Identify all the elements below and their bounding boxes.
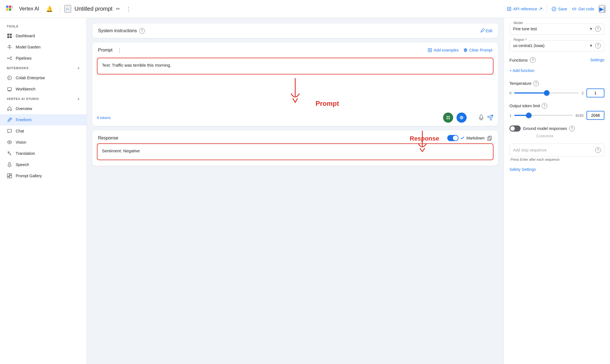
sidebar-item-pipelines[interactable]: Pipelines bbox=[0, 53, 87, 64]
functions-row: Functions ? Settings bbox=[509, 57, 604, 63]
send-icon[interactable] bbox=[487, 114, 493, 121]
vision-label: Vision bbox=[16, 140, 26, 144]
app-container: Vertex AI 🔔 ← Untitled prompt ✏ ⋮ API re… bbox=[0, 0, 610, 364]
temperature-input[interactable] bbox=[586, 88, 604, 97]
svg-rect-11 bbox=[10, 36, 12, 38]
sidebar-item-workbench[interactable]: Workbench bbox=[0, 83, 87, 95]
notebooks-title: NOTEBOOKS bbox=[7, 66, 29, 70]
ground-row: Ground model responses ? bbox=[509, 125, 604, 132]
more-options-icon[interactable]: ⋮ bbox=[126, 6, 131, 12]
sidebar-item-model-garden[interactable]: Model Garden bbox=[0, 41, 87, 53]
region-help-icon[interactable]: ? bbox=[595, 43, 601, 48]
get-code-button[interactable]: Get code bbox=[572, 6, 594, 11]
prompt-gallery-label: Prompt Gallery bbox=[16, 174, 42, 178]
freeform-icon bbox=[7, 117, 12, 123]
region-field-label: Region * bbox=[513, 38, 528, 42]
output-token-input[interactable] bbox=[586, 111, 604, 120]
region-value-row: us-central1 (Iowa) ▼ ? bbox=[513, 43, 601, 48]
sidebar-item-speech[interactable]: Speech bbox=[0, 159, 87, 170]
prompt-gallery-icon bbox=[7, 173, 12, 179]
response-card: Response Response bbox=[92, 130, 498, 166]
copy-icon[interactable] bbox=[487, 135, 492, 141]
functions-section: Functions ? Settings + Add function bbox=[509, 57, 604, 75]
functions-help-icon[interactable]: ? bbox=[530, 57, 536, 63]
prompt-text-input[interactable]: Text: Traffic was terrible this morning. bbox=[97, 58, 493, 74]
safety-settings-button[interactable]: Safety Settings bbox=[509, 167, 536, 172]
vertex-studio-chevron[interactable]: ∧ bbox=[77, 97, 80, 101]
stop-sequence-container: Add stop sequence ? bbox=[509, 144, 604, 157]
system-instructions-edit-button[interactable]: Edit bbox=[480, 29, 492, 33]
notebooks-chevron[interactable]: ∧ bbox=[77, 66, 80, 70]
customize-link[interactable]: Customize bbox=[523, 133, 604, 138]
system-instructions-help-icon[interactable]: ? bbox=[139, 28, 145, 34]
response-annotation-label: Response bbox=[410, 135, 439, 142]
add-function-button[interactable]: + Add function bbox=[509, 66, 534, 75]
gemini-icon[interactable] bbox=[457, 113, 467, 123]
model-garden-icon bbox=[7, 44, 12, 50]
sidebar-item-prompt-gallery[interactable]: Prompt Gallery bbox=[0, 170, 87, 181]
svg-rect-16 bbox=[8, 88, 11, 90]
clear-prompt-button[interactable]: Clear Prompt bbox=[463, 48, 492, 52]
bell-icon[interactable]: 🔔 bbox=[44, 3, 55, 15]
temperature-thumb[interactable] bbox=[544, 90, 550, 96]
ground-help-icon[interactable]: ? bbox=[569, 126, 575, 131]
tokens-count: 8 tokens bbox=[97, 116, 111, 120]
header-center: ← Untitled prompt ✏ ⋮ API reference bbox=[64, 5, 542, 13]
output-token-thumb[interactable] bbox=[526, 113, 532, 118]
header: Vertex AI 🔔 ← Untitled prompt ✏ ⋮ API re… bbox=[0, 0, 610, 18]
sidebar-item-freeform[interactable]: Freeform bbox=[0, 114, 87, 125]
region-dropdown-icon[interactable]: ▼ bbox=[589, 43, 593, 48]
model-dropdown-icon[interactable]: ▼ bbox=[589, 27, 593, 31]
app-title: Vertex AI bbox=[19, 6, 39, 12]
prompt-arrow-svg bbox=[278, 77, 312, 105]
chat-label: Chat bbox=[16, 129, 24, 133]
output-token-track[interactable] bbox=[514, 115, 573, 116]
temperature-label-row: Temperature ? bbox=[509, 81, 604, 86]
prompt-bottom-bar: 8 tokens bbox=[92, 110, 498, 126]
speech-icon bbox=[7, 162, 12, 167]
pipelines-label: Pipelines bbox=[16, 56, 32, 60]
sidebar-item-vision[interactable]: Vision bbox=[0, 137, 87, 148]
output-token-help-icon[interactable]: ? bbox=[542, 103, 547, 109]
save-label: Save bbox=[558, 7, 567, 11]
svg-rect-26 bbox=[488, 137, 490, 141]
output-token-max: 8192 bbox=[576, 113, 584, 118]
stop-sequence-help-icon[interactable]: ? bbox=[595, 147, 601, 153]
edit-title-icon[interactable]: ✏ bbox=[116, 6, 120, 12]
sidebar-item-colab[interactable]: Colab Enterprise bbox=[0, 72, 87, 83]
collapse-button[interactable]: ▶| bbox=[599, 5, 606, 13]
output-token-slider-row: 1 8192 bbox=[509, 111, 604, 120]
model-help-icon[interactable]: ? bbox=[595, 26, 601, 32]
svg-rect-21 bbox=[10, 176, 12, 178]
header-right: Save Get code ▶| bbox=[551, 5, 606, 13]
api-reference-button[interactable]: API reference bbox=[507, 7, 542, 11]
save-button[interactable]: Save bbox=[551, 6, 567, 11]
ground-toggle[interactable] bbox=[509, 125, 521, 132]
get-code-label: Get code bbox=[578, 7, 594, 11]
main-layout: TOOLS Dashboard Model Garden Pipelines bbox=[0, 18, 610, 364]
sidebar-item-dashboard[interactable]: Dashboard bbox=[0, 30, 87, 41]
settings-link[interactable]: Settings bbox=[590, 58, 604, 62]
vertex-logo bbox=[4, 4, 15, 14]
add-media-icon[interactable] bbox=[443, 113, 453, 123]
ground-toggle-knob bbox=[510, 126, 515, 131]
overview-icon bbox=[7, 106, 12, 111]
colab-icon bbox=[7, 75, 12, 81]
prompt-label: Prompt bbox=[98, 48, 113, 53]
add-examples-button[interactable]: Add examples bbox=[428, 48, 459, 52]
prompt-title: Untitled prompt bbox=[74, 6, 113, 12]
svg-rect-18 bbox=[9, 162, 10, 165]
temperature-help-icon[interactable]: ? bbox=[533, 81, 539, 86]
response-controls: Response Markdown bbox=[118, 135, 492, 141]
sidebar-item-translation[interactable]: Translation bbox=[0, 148, 87, 159]
temperature-track[interactable] bbox=[514, 92, 579, 94]
header-divider bbox=[60, 4, 60, 13]
sidebar-item-overview[interactable]: Overview bbox=[0, 103, 87, 114]
markdown-toggle-switch[interactable] bbox=[447, 135, 458, 141]
microphone-icon[interactable] bbox=[478, 114, 485, 121]
sidebar-item-chat[interactable]: Chat bbox=[0, 125, 87, 137]
back-button[interactable]: ← bbox=[64, 5, 71, 13]
prompt-more-icon[interactable]: ⋮ bbox=[115, 47, 124, 53]
svg-rect-8 bbox=[7, 34, 9, 36]
svg-rect-20 bbox=[10, 174, 12, 175]
